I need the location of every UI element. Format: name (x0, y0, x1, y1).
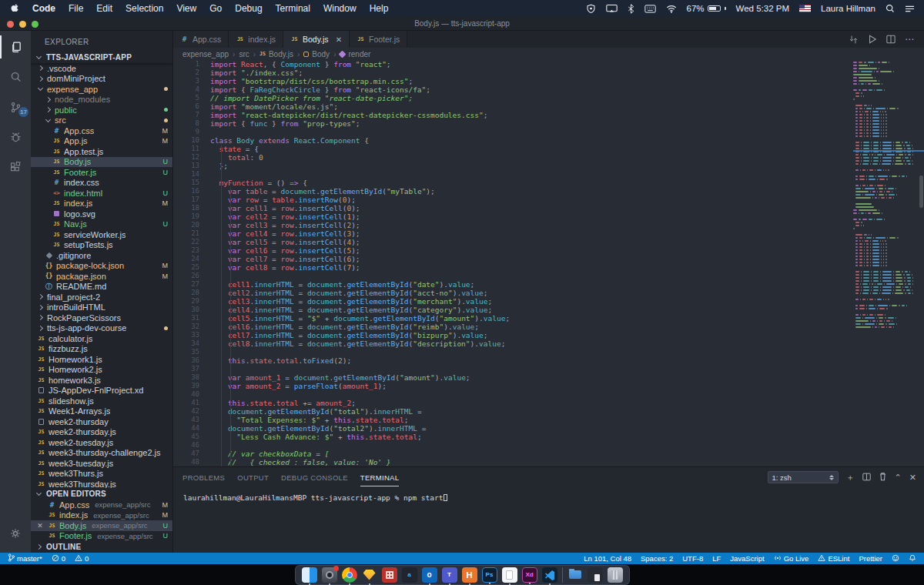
minimize-window-button[interactable] (19, 21, 26, 28)
status-spaces-2[interactable]: Spaces: 2 (641, 554, 673, 563)
file-tree-item[interactable]: JSNav.jsU (31, 219, 172, 230)
file-tree-item[interactable]: expense_app (31, 84, 172, 95)
breadcrumb-item[interactable]: Body (312, 50, 330, 58)
menu-item-view[interactable]: View (176, 3, 196, 14)
outline-header[interactable]: OUTLINE (31, 541, 172, 553)
editor-tab-index-js[interactable]: JSindex.js (229, 31, 283, 48)
security-app-dock-icon[interactable] (382, 567, 397, 583)
code-editor[interactable]: 1import React, { Component } from "react… (173, 60, 924, 466)
input-language-flag-icon[interactable] (799, 5, 811, 12)
open-editor-item[interactable]: #App.cssexpense_app/srcM (31, 500, 172, 510)
file-tree-item[interactable]: JSsetupTests.js (31, 240, 172, 251)
open-editor-item[interactable]: JSFooter.jsexpense_app/srcU (31, 531, 172, 542)
menu-item-window[interactable]: Window (323, 3, 357, 14)
file-tree-item[interactable]: src (31, 115, 172, 126)
screen-mirroring-icon[interactable] (606, 4, 618, 13)
menu-item-selection[interactable]: Selection (126, 3, 163, 14)
panel-tab-problems[interactable]: PROBLEMS (182, 469, 225, 486)
file-tree-item[interactable]: ⓘREADME.md (31, 282, 172, 292)
file-tree-item[interactable]: JSweek3Thurs.js (31, 469, 172, 480)
open-changes-icon[interactable] (849, 35, 859, 45)
file-tree-item[interactable]: JSWeek1-Arrays.js (31, 406, 172, 417)
file-tree-item[interactable]: #index.css (31, 178, 172, 189)
maximize-panel-icon[interactable]: ⌃ (895, 473, 902, 482)
new-terminal-icon[interactable]: ＋ (846, 473, 855, 482)
file-tree-item[interactable]: introBuildHTML (31, 303, 172, 313)
file-tree-item[interactable]: domMiniProject (31, 74, 172, 85)
kill-terminal-icon[interactable] (879, 470, 887, 484)
file-tree-item[interactable]: final_project-2 (31, 292, 172, 303)
status-bell[interactable] (909, 554, 916, 563)
menu-item-go[interactable]: Go (209, 3, 222, 14)
close-window-button[interactable] (7, 21, 14, 28)
menu-item-terminal[interactable]: Terminal (276, 3, 310, 14)
status-0[interactable]: 0 (75, 554, 89, 563)
split-editor-icon[interactable] (886, 35, 896, 44)
terminal-content[interactable]: laurahillman@LauraHilmansMBP tts-javascr… (173, 487, 924, 502)
file-tree-item[interactable]: JShomework3.js (31, 375, 172, 386)
menu-item-edit[interactable]: Edit (96, 3, 112, 14)
projects-folder-dock-icon[interactable] (567, 567, 583, 583)
status-prettier[interactable]: Prettier (859, 554, 882, 563)
status-0[interactable]: 0 (52, 554, 65, 563)
system-settings-dock-icon[interactable] (322, 567, 337, 583)
terminal-shell-select[interactable]: 1: zsh (768, 471, 839, 483)
menu-item-code[interactable]: Code (32, 3, 55, 14)
breadcrumb-item[interactable]: src (239, 50, 249, 58)
file-tree-item[interactable]: JSApp.jsM (31, 136, 172, 147)
file-tree-item[interactable]: JSweek3-tuesday.js (31, 458, 172, 469)
editor-tab-footer-js[interactable]: JSFooter.js (350, 31, 407, 48)
apple-menu-icon[interactable] (9, 2, 19, 15)
asana-dock-icon[interactable]: a (402, 567, 417, 583)
file-tree-item[interactable]: JScalculator.js (31, 333, 172, 344)
file-tree-item[interactable]: {}package-lock.jsonM (31, 261, 172, 272)
zoom-window-button[interactable] (32, 21, 38, 28)
panel-tab-terminal[interactable]: TERMINAL (360, 469, 399, 486)
search-activity-icon[interactable] (0, 65, 31, 89)
chrome-dock-icon[interactable] (342, 567, 357, 583)
vscode-dock-icon[interactable] (542, 567, 557, 583)
adobe-xd-dock-icon[interactable]: Xd (522, 567, 537, 583)
file-tree-item[interactable]: {}package.jsonM (31, 271, 172, 282)
status-ln-101-col-48[interactable]: Ln 101, Col 48 (584, 554, 631, 563)
open-editor-item[interactable]: JSindex.jsexpense_app/srcM (31, 510, 172, 521)
teams-dock-icon[interactable]: T (442, 567, 457, 583)
manage-gear-icon[interactable] (0, 522, 31, 545)
outlook-dock-icon[interactable]: o (422, 567, 437, 583)
file-tree-item[interactable]: JSweek2-thursday.js (31, 427, 172, 438)
file-tree-item[interactable]: JS-AppDev-FnlProject.xd (31, 386, 172, 396)
extensions-activity-icon[interactable] (0, 155, 31, 179)
status-eslint[interactable]: ESLint (818, 554, 849, 563)
spotlight-icon[interactable] (886, 4, 895, 13)
editor-scrollbar[interactable] (919, 176, 923, 208)
bluetooth-icon[interactable] (628, 4, 634, 14)
file-tree-item[interactable]: week2-thursday (31, 416, 172, 427)
status-smiley[interactable] (892, 554, 899, 563)
minimap[interactable] (853, 62, 913, 333)
file-tree-item[interactable]: JSserviceWorker.js (31, 229, 172, 240)
breadcrumb-item[interactable]: expense_app (182, 50, 229, 58)
h-app-dock-icon[interactable]: H (462, 567, 477, 583)
file-tree-item[interactable]: JSHomework1.js (31, 354, 172, 365)
editor-tab-body-js[interactable]: JSBody.js✕ (283, 31, 350, 48)
status-javascript[interactable]: JavaScript (730, 554, 764, 563)
wifi-icon[interactable] (666, 5, 677, 13)
close-editor-icon[interactable]: ✕ (35, 522, 45, 530)
file-tree-item[interactable]: JSslideshow.js (31, 396, 172, 406)
pages-dock-icon[interactable] (502, 567, 517, 583)
notification-center-icon[interactable] (905, 5, 915, 13)
file-tree-item[interactable]: JSFooter.jsU (31, 167, 172, 178)
more-actions-icon[interactable]: ⋯ (905, 34, 915, 45)
trash-dock-icon[interactable] (608, 567, 623, 583)
file-tree-item[interactable]: JSBody.jsU (31, 157, 172, 168)
file-tree-item[interactable]: JSApp.test.js (31, 146, 172, 157)
close-tab-icon[interactable]: ✕ (336, 35, 342, 44)
explorer-activity-icon[interactable] (0, 35, 31, 58)
split-terminal-icon[interactable] (862, 470, 871, 484)
open-editor-item[interactable]: ✕JSBody.jsexpense_app/srcU (31, 520, 172, 531)
file-tree-item[interactable]: JSweek3Thursday.js (31, 479, 172, 488)
file-tree-item[interactable]: tts-js-app-dev-course (31, 323, 172, 334)
status-lf[interactable]: LF (712, 554, 721, 563)
file-tree-item[interactable]: RockPaperScissors (31, 313, 172, 323)
open-editors-header[interactable]: OPEN EDITORS (31, 488, 172, 500)
